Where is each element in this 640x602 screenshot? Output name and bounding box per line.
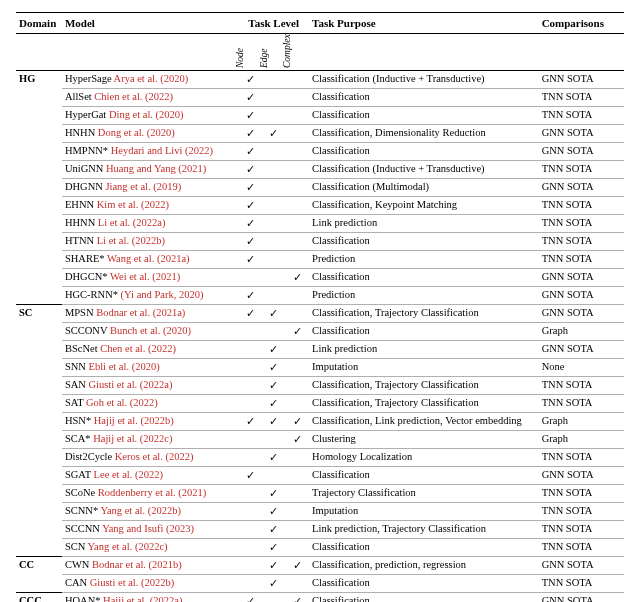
citation-link[interactable]: Hajij et al. (2022b)	[94, 415, 174, 426]
table-row: CAN Giusti et al. (2022b)ClassificationT…	[16, 575, 624, 593]
model-cell: SGAT Lee et al. (2022)	[62, 467, 238, 485]
model-cell: SHARE* Wang et al. (2021a)	[62, 251, 238, 269]
col-task-purpose: Task Purpose	[309, 13, 539, 34]
complex-check	[285, 143, 309, 161]
citation-link[interactable]: Jiang et al. (2019)	[105, 181, 181, 192]
comparison-cell: TNN SOTA	[539, 161, 624, 179]
complex-check	[285, 449, 309, 467]
citation-link[interactable]: Wei et al. (2021)	[110, 271, 180, 282]
citation-link[interactable]: Ding et al. (2020)	[109, 109, 184, 120]
model-name: HHNN	[65, 217, 98, 228]
edge-check	[262, 377, 286, 395]
check-icon	[246, 109, 255, 121]
model-name: SCNN*	[65, 505, 101, 516]
purpose-cell: Classification	[309, 575, 539, 593]
header-row: Domain Model Task Level Task Purpose Com…	[16, 13, 624, 34]
purpose-cell: Classification (Inductive + Transductive…	[309, 71, 539, 89]
purpose-cell: Classification, Keypoint Matching	[309, 197, 539, 215]
model-cell: SCA* Hajij et al. (2022c)	[62, 431, 238, 449]
edge-check	[262, 107, 286, 125]
complex-check	[285, 323, 309, 341]
citation-link[interactable]: Bodnar et al. (2021a)	[96, 307, 185, 318]
model-cell: HNHN Dong et al. (2020)	[62, 125, 238, 143]
table-row: UniGNN Huang and Yang (2021)Classificati…	[16, 161, 624, 179]
model-name: SCA*	[65, 433, 93, 444]
citation-link[interactable]: Kim et al. (2022)	[97, 199, 169, 210]
citation-link[interactable]: Giusti et al. (2022a)	[89, 379, 173, 390]
complex-check	[285, 341, 309, 359]
purpose-cell: Classification, Trajectory Classificatio…	[309, 395, 539, 413]
citation-link[interactable]: Roddenberry et al. (2021)	[98, 487, 206, 498]
citation-link[interactable]: Giusti et al. (2022b)	[90, 577, 175, 588]
citation-link[interactable]: (Yi and Park, 2020)	[121, 289, 204, 300]
comparison-cell: TNN SOTA	[539, 485, 624, 503]
edge-check	[262, 521, 286, 539]
model-cell: HSN* Hajij et al. (2022b)	[62, 413, 238, 431]
citation-link[interactable]: Goh et al. (2022)	[86, 397, 158, 408]
node-check	[238, 593, 262, 603]
citation-link[interactable]: Li et al. (2022b)	[97, 235, 165, 246]
citation-link[interactable]: Arya et al. (2020)	[114, 73, 189, 84]
citation-link[interactable]: Chien et al. (2022)	[94, 91, 173, 102]
purpose-cell: Link prediction, Trajectory Classificati…	[309, 521, 539, 539]
complex-check	[285, 413, 309, 431]
edge-check	[262, 323, 286, 341]
citation-link[interactable]: Lee et al. (2022)	[94, 469, 163, 480]
table-row: SCCNN Yang and Isufi (2023)Link predicti…	[16, 521, 624, 539]
complex-check	[285, 179, 309, 197]
model-cell: Dist2Cycle Keros et al. (2022)	[62, 449, 238, 467]
edge-check	[262, 359, 286, 377]
citation-link[interactable]: Huang and Yang (2021)	[106, 163, 206, 174]
model-name: CAN	[65, 577, 90, 588]
edge-check	[262, 287, 286, 305]
citation-link[interactable]: Hajij et al. (2022a)	[103, 595, 182, 602]
model-name: HTNN	[65, 235, 97, 246]
model-name: HOAN*	[65, 595, 103, 602]
model-name: DHGCN*	[65, 271, 110, 282]
citation-link[interactable]: Keros et al. (2022)	[115, 451, 194, 462]
check-icon	[246, 199, 255, 211]
citation-link[interactable]: Heydari and Livi (2022)	[111, 145, 213, 156]
comparison-cell: TNN SOTA	[539, 197, 624, 215]
node-check	[238, 251, 262, 269]
citation-link[interactable]: Wang et al. (2021a)	[107, 253, 190, 264]
model-cell: BScNet Chen et al. (2022)	[62, 341, 238, 359]
citation-link[interactable]: Dong et al. (2020)	[98, 127, 175, 138]
complex-check	[285, 197, 309, 215]
node-check	[238, 269, 262, 287]
edge-check	[262, 305, 286, 323]
model-cell: MPSN Bodnar et al. (2021a)	[62, 305, 238, 323]
model-name: HMPNN*	[65, 145, 111, 156]
edge-check	[262, 71, 286, 89]
comparison-cell: TNN SOTA	[539, 575, 624, 593]
citation-link[interactable]: Ebli et al. (2020)	[89, 361, 160, 372]
citation-link[interactable]: Bodnar et al. (2021b)	[92, 559, 182, 570]
node-check	[238, 125, 262, 143]
complex-check	[285, 593, 309, 603]
purpose-cell: Classification, Link prediction, Vector …	[309, 413, 539, 431]
edge-check	[262, 413, 286, 431]
purpose-cell: Classification	[309, 467, 539, 485]
node-check	[238, 107, 262, 125]
node-check	[238, 575, 262, 593]
purpose-cell: Homology Localization	[309, 449, 539, 467]
complex-check	[285, 161, 309, 179]
citation-link[interactable]: Chen et al. (2022)	[100, 343, 176, 354]
table-row: EHNN Kim et al. (2022)Classification, Ke…	[16, 197, 624, 215]
table-row: SCN Yang et al. (2022c)ClassificationTNN…	[16, 539, 624, 557]
check-icon	[246, 127, 255, 139]
model-cell: HGC-RNN* (Yi and Park, 2020)	[62, 287, 238, 305]
subcol-complex: Complex	[282, 58, 292, 68]
citation-link[interactable]: Yang and Isufi (2023)	[102, 523, 194, 534]
model-cell: SCNN* Yang et al. (2022b)	[62, 503, 238, 521]
model-name: SHARE*	[65, 253, 107, 264]
edge-check	[262, 503, 286, 521]
node-check	[238, 377, 262, 395]
complex-check	[285, 71, 309, 89]
citation-link[interactable]: Hajij et al. (2022c)	[93, 433, 172, 444]
citation-link[interactable]: Yang et al. (2022b)	[100, 505, 181, 516]
citation-link[interactable]: Yang et al. (2022c)	[88, 541, 168, 552]
citation-link[interactable]: Li et al. (2022a)	[98, 217, 166, 228]
domain-cell: CCC	[16, 593, 62, 603]
citation-link[interactable]: Bunch et al. (2020)	[110, 325, 191, 336]
